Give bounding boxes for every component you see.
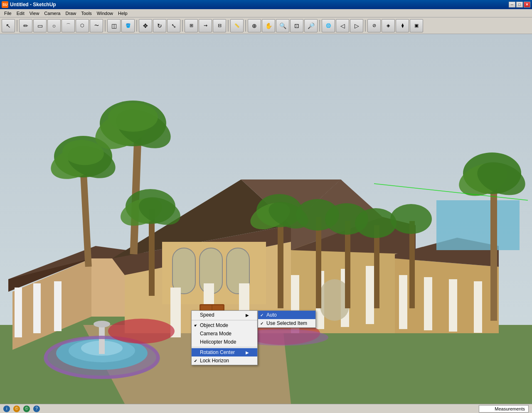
svg-rect-18 [54,281,62,331]
tool-globe[interactable]: 🌐 [322,19,335,32]
svg-point-10 [94,321,110,327]
tool-pan[interactable]: ✋ [262,19,275,32]
ctx-helicopter-mode[interactable]: Helicopter Mode [192,338,257,346]
menu-camera[interactable]: Camera [42,10,63,17]
svg-rect-52 [436,200,520,250]
submenu-auto-check: ✓ [260,313,264,317]
svg-rect-9 [99,325,105,354]
toolbar-sep-3 [136,20,137,32]
app-icon: SU [2,1,8,8]
tool-offset[interactable]: ⊟ [213,19,226,32]
tool-pencil[interactable]: ✏ [19,19,32,32]
ctx-rotation-arrow: ▶ [246,350,249,355]
svg-rect-26 [172,248,195,294]
tool-select[interactable]: ↖ [2,19,15,32]
tool-followme[interactable]: ⇝ [199,19,212,32]
context-menu: Speed ▶ ● Object Mode Camera Mode Helico… [191,310,258,365]
ctx-lock-horizon[interactable]: ✓ Lock Horizon [192,356,257,365]
titlebar: SU Untitled - SketchUp ─ □ ✕ [0,0,532,9]
menu-window[interactable]: Window [94,10,116,17]
tool-next[interactable]: ▷ [350,19,363,32]
viewport[interactable]: Speed ▶ ● Object Mode Camera Mode Helico… [0,34,532,404]
svg-point-76 [355,208,397,238]
close-button[interactable]: ✕ [524,2,530,7]
ctx-sep-1 [192,320,257,320]
menubar: File Edit View Camera Draw Tools Window … [0,9,532,17]
submenu-use-selected[interactable]: ✓ Use Selected Item [258,319,315,327]
tool-rectangle[interactable]: ▭ [33,19,47,32]
tool-component[interactable]: ⧫ [396,19,409,32]
statusbar: i © © ? Measurements [0,404,532,413]
status-icon-info[interactable]: i [3,406,10,412]
measurements-box[interactable]: Measurements [479,405,529,413]
tool-arc[interactable]: ⌒ [62,19,75,32]
menu-file[interactable]: File [2,10,14,17]
tool-pushpull[interactable]: ⊞ [185,19,198,32]
ctx-object-mode-label: Object Mode [200,322,228,328]
tool-paint[interactable]: 🪣 [121,19,135,32]
menu-edit[interactable]: Edit [14,10,27,17]
tool-rotate[interactable]: ↻ [153,19,166,32]
tool-prev[interactable]: ◁ [336,19,349,32]
measurements-label: Measurements [495,406,525,411]
svg-rect-17 [33,283,41,333]
tool-material[interactable]: ◈ [382,19,395,32]
menu-view[interactable]: View [27,10,42,17]
svg-rect-50 [474,281,482,333]
ctx-object-mode[interactable]: ● Object Mode [192,321,257,329]
maximize-button[interactable]: □ [516,2,523,7]
toolbar-sep-4 [182,20,183,32]
ctx-speed[interactable]: Speed ▶ [192,311,257,319]
scene-svg [0,34,532,404]
svg-point-62 [108,103,158,132]
submenu-auto-label: Auto [266,312,277,318]
minimize-button[interactable]: ─ [509,2,515,7]
menu-draw[interactable]: Draw [63,10,79,17]
submenu-auto[interactable]: ✓ Auto [258,311,315,319]
tool-zoom[interactable]: 🔍 [276,19,289,32]
statusbar-left: i © © ? [3,406,40,412]
ctx-sep-2 [192,347,257,347]
tool-tape[interactable]: 📏 [230,19,244,32]
titlebar-left: SU Untitled - SketchUp [2,1,56,8]
svg-rect-47 [399,275,407,329]
ctx-rotation-label: Rotation Center [200,349,235,355]
tool-polygon[interactable]: ⬡ [76,19,89,32]
tool-section[interactable]: ⊘ [367,19,381,32]
svg-rect-16 [15,288,22,337]
toolbar-sep-1 [17,20,17,32]
tool-zoomextent[interactable]: ⊡ [290,19,303,32]
toolbar-sep-6 [245,20,246,32]
ctx-lock-horizon-label: Lock Horizon [200,358,229,364]
svg-rect-51 [320,279,349,321]
status-icon-copy[interactable]: © [13,406,20,412]
toolbar: ↖ ✏ ▭ ○ ⌒ ⬡ 〜 ◫ 🪣 ✥ ↻ ⤡ ⊞ ⇝ ⊟ 📏 ⊕ ✋ 🔍 ⊡ … [0,17,532,34]
ctx-camera-mode[interactable]: Camera Mode [192,329,257,338]
tool-group[interactable]: ▣ [410,19,423,32]
tool-zoomwindow[interactable]: 🔎 [304,19,318,32]
toolbar-sep-5 [228,20,229,32]
ctx-rotation-center[interactable]: Rotation Center ▶ [192,348,257,356]
menu-tools[interactable]: Tools [79,10,94,17]
window-title: Untitled - SketchUp [10,2,56,7]
svg-rect-46 [366,266,374,324]
tool-eraser[interactable]: ◫ [107,19,121,32]
svg-rect-77 [409,221,415,308]
tool-move[interactable]: ✥ [139,19,152,32]
ctx-object-mode-dot: ● [194,323,196,327]
svg-rect-71 [316,217,321,308]
tool-freehand[interactable]: 〜 [90,19,103,32]
ctx-camera-mode-label: Camera Mode [200,331,232,337]
svg-rect-48 [424,277,432,330]
submenu-selected-label: Use Selected Item [266,320,307,326]
ctx-speed-label: Speed [200,312,214,318]
tool-orbit[interactable]: ⊕ [248,19,261,32]
tool-circle[interactable]: ○ [47,19,61,32]
status-icon-help[interactable]: ? [33,406,40,412]
svg-point-83 [108,319,175,344]
status-icon-copy2[interactable]: © [23,406,30,412]
submenu: ✓ Auto ✓ Use Selected Item [258,310,316,328]
toolbar-sep-8 [365,20,366,32]
menu-help[interactable]: Help [116,10,130,17]
tool-scale[interactable]: ⤡ [167,19,180,32]
